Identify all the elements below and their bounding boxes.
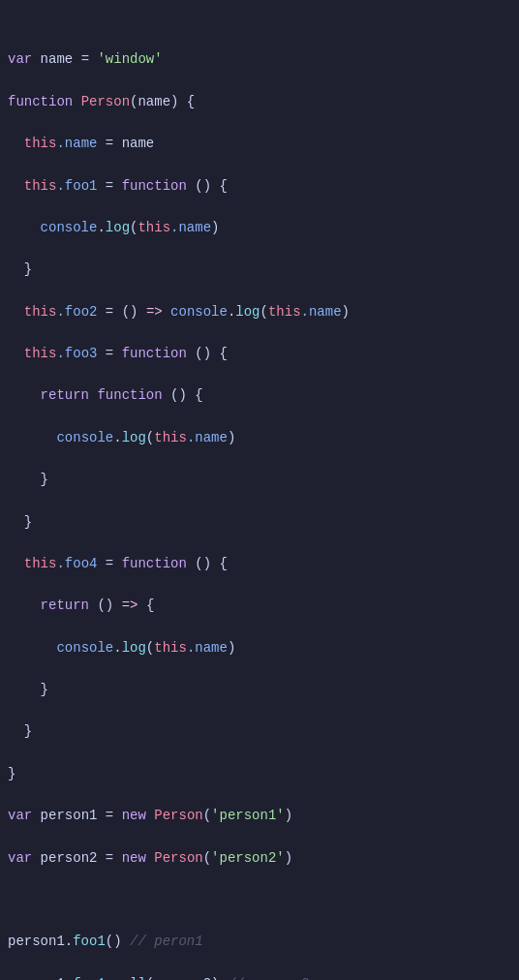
line-22: person1.foo1.call(person2) // person2 <box>0 974 519 980</box>
line-7: this.foo2 = () => console.log(this.name) <box>0 302 519 323</box>
line-11: } <box>0 470 519 491</box>
line-10: console.log(this.name) <box>0 428 519 449</box>
line-15: console.log(this.name) <box>0 638 519 659</box>
line-4: this.foo1 = function () { <box>0 176 519 198</box>
line-20: var person2 = new Person('person2') <box>0 848 519 870</box>
line-3: this.name = name <box>0 134 519 155</box>
line-13: this.foo4 = function () { <box>0 554 519 575</box>
line-9: return function () { <box>0 385 519 407</box>
line-6: } <box>0 260 519 281</box>
line-blank-1 <box>0 890 519 911</box>
line-12: } <box>0 512 519 534</box>
line-1: var name = 'window' <box>0 49 519 71</box>
code-editor: var name = 'window' function Person(name… <box>0 0 519 980</box>
line-19: var person1 = new Person('person1') <box>0 806 519 827</box>
line-14: return () => { <box>0 596 519 617</box>
line-5: console.log(this.name) <box>0 218 519 239</box>
line-8: this.foo3 = function () { <box>0 344 519 365</box>
line-2: function Person(name) { <box>0 92 519 113</box>
line-17: } <box>0 721 519 743</box>
line-16: } <box>0 680 519 701</box>
line-21: person1.foo1() // peron1 <box>0 932 519 953</box>
line-18: } <box>0 764 519 785</box>
